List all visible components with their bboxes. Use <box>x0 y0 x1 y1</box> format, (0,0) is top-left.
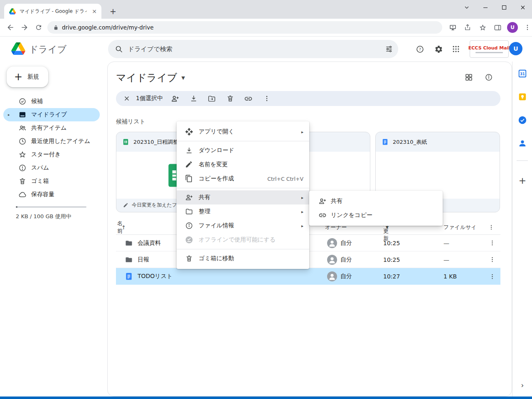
account-badge[interactable]: ECCS Cloud Mail <box>470 40 509 58</box>
sidebar-item-suggested[interactable]: 候補 <box>3 95 100 108</box>
sidebar-item-spam[interactable]: スパム <box>3 161 100 175</box>
lock-icon <box>53 25 59 30</box>
sidebar-item-label: 最近使用したアイテム <box>31 138 90 145</box>
card-file-name: 202310_日程調整 <box>133 138 178 146</box>
drive-avatar[interactable]: U <box>509 42 522 55</box>
selection-count: 1個選択中 <box>136 95 163 102</box>
sidebar-item-trash[interactable]: ゴミ箱 <box>3 175 100 188</box>
window-minimize-button[interactable] <box>476 0 495 15</box>
modified-time: 10:25 <box>383 256 400 263</box>
menu-item-make-copy[interactable]: コピーを作成 Ctrl+C Ctrl+V <box>177 172 309 186</box>
collapse-panel-chevron-icon[interactable]: › <box>518 381 527 390</box>
new-button-label: 新規 <box>27 73 39 81</box>
menu-item-label: ゴミ箱に移動 <box>199 255 234 262</box>
more-actions-icon[interactable] <box>258 92 276 105</box>
row-menu-icon[interactable] <box>487 238 497 248</box>
copy-icon <box>185 175 193 183</box>
search-options-icon[interactable] <box>385 45 393 53</box>
account-badge-subline <box>475 52 503 53</box>
window-maximize-button[interactable] <box>495 0 513 15</box>
menu-item-label: アプリで開く <box>199 128 234 135</box>
sidebar-item-storage[interactable]: 保存容量 <box>3 188 100 201</box>
bookmark-star-icon[interactable] <box>475 20 490 34</box>
column-header-size[interactable]: ファイルサイズ <box>443 224 475 231</box>
menu-item-file-info[interactable]: ファイル情報 ▸ <box>177 219 309 233</box>
browser-tab[interactable]: マイドライブ - Google ドライブ × <box>4 4 101 19</box>
new-button[interactable]: + 新規 <box>7 66 48 87</box>
page-title: マイドライブ <box>116 71 177 84</box>
my-drive-icon <box>18 111 27 119</box>
caret-down-icon: ▼ <box>181 75 185 81</box>
copy-link-icon[interactable] <box>239 92 258 105</box>
docs-file-icon <box>125 272 133 281</box>
row-menu-icon[interactable] <box>487 255 497 265</box>
menu-item-move-to-trash[interactable]: ゴミ箱に移動 <box>177 251 309 266</box>
tasks-icon[interactable] <box>518 116 527 125</box>
modified-time: 10:27 <box>383 273 400 280</box>
submenu-item-share[interactable]: 共有 <box>309 194 443 208</box>
share-person-add-icon[interactable] <box>166 92 185 105</box>
download-icon[interactable] <box>185 92 203 105</box>
side-panel-icon[interactable] <box>490 20 505 34</box>
page-title-dropdown[interactable]: マイドライブ ▼ <box>116 71 185 84</box>
people-icon <box>18 124 27 132</box>
storage-progress-fill <box>16 206 17 208</box>
shortcut-text: Ctrl+C Ctrl+V <box>267 176 303 182</box>
help-icon[interactable]: ? <box>411 41 428 57</box>
spam-icon <box>18 164 27 172</box>
suggestions-section-label: 候補リスト <box>116 118 145 126</box>
sidebar-item-label: 候補 <box>31 98 43 105</box>
submenu-arrow-icon: ▸ <box>301 209 303 214</box>
browser-menu-icon[interactable] <box>520 20 532 34</box>
file-size: — <box>443 256 449 263</box>
menu-item-download[interactable]: ダウンロード <box>177 143 309 158</box>
menu-item-label: 共有 <box>331 197 342 205</box>
menu-item-organize[interactable]: 整理 ▸ <box>177 204 309 219</box>
share-icon[interactable] <box>461 20 475 34</box>
contacts-icon[interactable] <box>518 139 527 148</box>
move-to-folder-icon[interactable] <box>203 92 221 105</box>
clear-selection-icon[interactable] <box>123 94 131 103</box>
expand-arrow-icon[interactable]: ▸ <box>8 113 10 117</box>
submenu-item-copy-link[interactable]: リンクをコピー <box>309 208 443 222</box>
calendar-icon[interactable]: 31 <box>518 69 527 78</box>
sidebar-item-shared[interactable]: 共有アイテム <box>3 121 100 135</box>
file-size: — <box>443 240 449 246</box>
tab-close-icon[interactable]: × <box>91 7 98 15</box>
drive-search-bar[interactable] <box>108 40 398 58</box>
menu-item-share[interactable]: 共有 ▸ <box>177 190 309 204</box>
add-addon-icon[interactable]: + <box>515 175 530 186</box>
grid-view-icon[interactable] <box>464 73 473 82</box>
new-tab-button[interactable]: + <box>107 5 119 17</box>
sidebar-item-recent[interactable]: 最近使用したアイテム <box>3 135 100 148</box>
drive-search-input[interactable] <box>128 45 380 53</box>
row-menu-icon[interactable] <box>487 271 497 281</box>
trash-icon[interactable] <box>221 92 239 105</box>
tab-search-chevron-icon[interactable] <box>457 0 476 15</box>
menu-item-open-with[interactable]: アプリで開く ▸ <box>177 125 309 139</box>
sidebar-item-starred[interactable]: スター付き <box>3 148 100 161</box>
menu-item-rename[interactable]: 名前を変更 <box>177 158 309 172</box>
storage-progressbar <box>16 206 86 208</box>
modified-time: 10:25 <box>383 240 400 246</box>
forward-button[interactable] <box>17 20 32 34</box>
column-options-icon[interactable] <box>487 224 495 231</box>
sidebar-item-my-drive[interactable]: ▸ マイドライブ <box>3 108 100 121</box>
cloud-icon <box>18 190 27 199</box>
install-icon[interactable] <box>446 20 460 34</box>
folder-icon <box>125 239 133 247</box>
window-close-button[interactable] <box>513 0 532 15</box>
reload-button[interactable] <box>32 20 46 34</box>
details-info-icon[interactable] <box>484 73 493 82</box>
menu-item-label: 共有 <box>199 194 210 201</box>
menu-item-label: 整理 <box>199 208 210 215</box>
svg-text:31: 31 <box>520 72 525 76</box>
sidebar: + 新規 候補 ▸ マイドライブ 共有アイテム 最近使用したアイテ <box>0 62 107 397</box>
table-row-selected[interactable]: TODOリスト 自分 10:27 1 KB <box>116 268 500 285</box>
settings-gear-icon[interactable] <box>430 41 447 57</box>
browser-avatar[interactable]: U <box>507 22 518 33</box>
address-bar[interactable]: drive.google.com/drive/my-drive <box>47 21 442 34</box>
apps-grid-icon[interactable] <box>448 41 464 57</box>
keep-icon[interactable] <box>518 92 527 101</box>
back-button[interactable] <box>3 20 17 34</box>
